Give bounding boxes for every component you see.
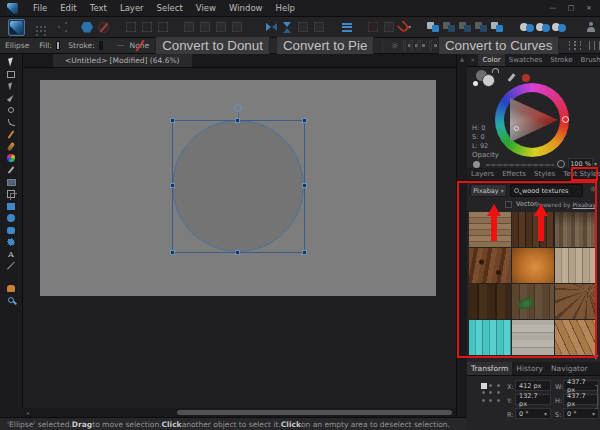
tab-text-styles[interactable]: Text Styles [559,168,600,180]
vector-crop-tool[interactable] [0,188,23,200]
horizontal-scrollbar[interactable]: ◂ [23,408,456,417]
h-input[interactable]: 437.7 px [563,394,599,405]
rotate-button[interactable] [295,19,311,36]
stock-image[interactable] [469,284,511,319]
menu-window[interactable]: Window [229,3,263,13]
menu-file[interactable]: File [33,3,47,13]
tab-color[interactable]: Color [478,54,504,66]
noise-swatch[interactable] [473,81,478,86]
align-top-icon[interactable] [589,41,590,50]
snap-option-icon-2[interactable] [410,40,413,51]
stock-image[interactable] [469,212,511,247]
y-input[interactable]: 132.7 px [515,394,551,405]
boolean-divide-button[interactable] [473,19,489,36]
group-button[interactable] [311,19,327,36]
insert-inside-button[interactable] [551,19,567,36]
menu-layer[interactable]: Layer [120,3,144,13]
hand-tool[interactable] [0,282,23,294]
insert-behind-button[interactable] [519,19,535,36]
stock-settings-gear-icon[interactable]: ☼ [590,185,597,194]
stroke-line-tool[interactable] [0,260,23,272]
stock-search-box[interactable] [510,184,583,197]
tab-effects[interactable]: Effects [498,168,530,180]
text-tool[interactable]: A [0,248,23,260]
align-left-icon[interactable] [569,41,570,50]
vertical-scrollbar[interactable]: ▲ [456,54,467,417]
minimize-button[interactable]: — [545,2,561,15]
stock-image[interactable] [512,320,554,355]
rotation-handle[interactable] [234,104,242,112]
handle-bottom-center[interactable] [235,250,240,255]
stock-scroll-down-icon[interactable]: ▼ [593,353,598,360]
opacity-caret-icon[interactable]: ▾ [594,160,597,167]
link-dimensions-icon[interactable] [595,385,598,409]
export-persona-button[interactable] [49,19,65,36]
zoom-tool[interactable] [0,294,23,306]
rectangle-tool[interactable] [0,200,23,212]
opacity-slider-knob[interactable] [557,160,565,168]
node-tool[interactable] [0,80,23,92]
order-backward-button[interactable] [197,19,213,36]
swap-colors-icon[interactable] [492,68,499,73]
handle-mid-right[interactable] [302,183,307,188]
convert-to-pie-button[interactable]: Convert to Pie [276,36,374,56]
menu-select[interactable]: Select [157,3,183,13]
scroll-up-icon[interactable]: ▲ [457,54,467,64]
menu-edit[interactable]: Edit [60,3,76,13]
snap-option-icon-1[interactable] [403,40,406,51]
eyedropper-icon[interactable] [507,73,515,82]
snapping-magnet-button[interactable]: ▾ [397,19,413,36]
menu-view[interactable]: View [196,3,216,13]
account-button[interactable] [583,19,599,36]
rotation-input[interactable]: 0 °▾ [515,408,551,419]
close-button[interactable]: × [581,2,597,15]
boolean-intersect-button[interactable] [457,19,473,36]
stock-image[interactable] [555,320,597,355]
ellipse-tool[interactable] [0,212,23,224]
stock-image[interactable] [512,284,554,319]
saturation-selector-dot[interactable] [514,126,519,131]
scroll-left-icon[interactable]: ◂ [26,409,29,416]
selection-box-icon[interactable] [429,40,432,51]
handle-bottom-left[interactable] [170,250,175,255]
insert-in-front-button[interactable] [535,19,551,36]
tab-navigator[interactable]: Navigator [547,362,592,375]
opacity-slider[interactable] [486,164,554,166]
tab-history[interactable]: History [512,362,547,375]
align-middle-icon[interactable] [594,41,595,50]
move-tool[interactable] [0,56,23,68]
style-pen-button[interactable] [95,19,111,36]
tab-brushes[interactable]: Brushes [577,54,600,66]
tab-layers[interactable]: Layers [467,168,498,180]
alignment-button[interactable] [339,19,355,36]
artboard-tool[interactable] [0,68,23,80]
rounded-rectangle-tool[interactable] [0,224,23,236]
tab-swatches[interactable]: Swatches [505,54,546,66]
convert-to-donut-button[interactable]: Convert to Donut [155,36,270,56]
handle-top-left[interactable] [170,118,175,123]
powered-by-link[interactable]: Pixabay [573,201,596,208]
menu-text[interactable]: Text [90,3,107,13]
x-input[interactable]: 412 px [515,380,551,391]
vector-brush-tool[interactable] [0,140,23,152]
stock-image[interactable] [512,248,554,283]
handle-bottom-right[interactable] [302,250,307,255]
pixel-persona-button[interactable] [33,19,49,36]
handle-top-right[interactable] [302,118,307,123]
canvas[interactable] [23,68,456,408]
stock-image[interactable] [555,212,597,247]
handle-mid-left[interactable] [170,183,175,188]
stock-image[interactable] [555,248,597,283]
tab-transform[interactable]: Transform [467,362,512,375]
order-back-button[interactable] [181,19,197,36]
order-forward-button[interactable] [213,19,229,36]
flip-horizontal-button[interactable] [263,19,279,36]
align-right-icon[interactable] [580,41,581,50]
pencil-tool[interactable] [0,128,23,140]
point-transform-tool[interactable] [0,104,23,116]
shear-input[interactable]: 0 °▾ [563,408,599,419]
artboard[interactable] [40,80,436,296]
stock-provider-dropdown[interactable]: Pixabay ▾ [470,184,507,197]
w-input[interactable]: 437.7 px [563,380,599,391]
picked-color-dot[interactable] [522,74,530,82]
